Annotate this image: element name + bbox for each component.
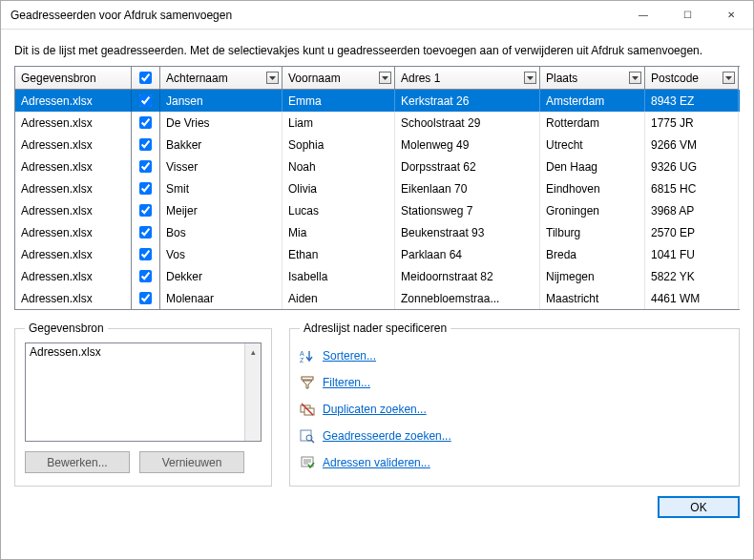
sort-link[interactable]: Sorteren...	[323, 349, 376, 363]
datasource-list[interactable]: Adressen.xlsx ▴	[25, 342, 262, 442]
cell-lastname: Bos	[160, 221, 283, 243]
cell-source: Adressen.xlsx	[15, 134, 132, 156]
cell-addr: Zonnebloemstraa...	[395, 287, 540, 309]
cell-check[interactable]	[132, 90, 160, 112]
cell-post: 9266 VM	[645, 134, 739, 156]
recipients-grid: Gegevensbron Achternaam Voornaam Adres 1…	[14, 66, 740, 310]
validate-icon	[300, 455, 315, 470]
checkall-checkbox[interactable]	[139, 72, 152, 84]
col-checkall[interactable]	[132, 67, 160, 90]
cell-city: Breda	[540, 243, 645, 265]
ok-button[interactable]: OK	[658, 496, 740, 518]
cell-check[interactable]	[132, 221, 160, 243]
dropdown-icon[interactable]	[379, 72, 391, 84]
cell-post: 1775 JR	[645, 112, 739, 134]
cell-city: Den Haag	[540, 156, 645, 177]
duplicates-icon	[300, 402, 315, 417]
cell-check[interactable]	[132, 265, 160, 287]
cell-city: Tilburg	[540, 221, 645, 243]
cell-lastname: De Vries	[160, 112, 283, 134]
cell-check[interactable]	[132, 287, 160, 309]
filter-icon	[300, 375, 315, 390]
datasource-panel: Gegevensbron Adressen.xlsx ▴ Bewerken...…	[14, 321, 272, 487]
cell-firstname: Aiden	[283, 287, 395, 309]
cell-post: 6815 HC	[645, 177, 739, 199]
cell-post: 4461 WM	[645, 287, 739, 309]
cell-lastname: Dekker	[160, 265, 283, 287]
table-row[interactable]: Adressen.xlsxVisserNoahDorpsstraat 62Den…	[15, 156, 740, 177]
cell-check[interactable]	[132, 156, 160, 177]
maximize-button[interactable]: ☐	[665, 1, 709, 30]
col-firstname[interactable]: Voornaam	[283, 67, 395, 90]
cell-addr: Parklaan 64	[395, 243, 540, 265]
table-row[interactable]: Adressen.xlsxMolenaarAidenZonnebloemstra…	[15, 287, 740, 309]
col-lastname[interactable]: Achternaam	[160, 67, 283, 90]
cell-source: Adressen.xlsx	[15, 199, 132, 221]
dropdown-icon[interactable]	[629, 72, 641, 84]
cell-check[interactable]	[132, 243, 160, 265]
table-row[interactable]: Adressen.xlsxVosEthanParklaan 64Breda104…	[15, 243, 740, 265]
cell-source: Adressen.xlsx	[15, 112, 132, 134]
cell-addr: Stationsweg 7	[395, 199, 540, 221]
cell-check[interactable]	[132, 112, 160, 134]
row-checkbox[interactable]	[139, 204, 152, 217]
table-row[interactable]: Adressen.xlsxDekkerIsabellaMeidoornstraa…	[15, 265, 740, 287]
close-button[interactable]: ✕	[709, 1, 753, 30]
row-checkbox[interactable]	[139, 94, 152, 107]
table-row[interactable]: Adressen.xlsxMeijerLucasStationsweg 7Gro…	[15, 199, 740, 221]
refine-legend: Adreslijst nader specificeren	[300, 321, 450, 335]
scrollbar[interactable]: ▴	[244, 343, 261, 441]
cell-check[interactable]	[132, 199, 160, 221]
col-addr1[interactable]: Adres 1	[395, 67, 540, 90]
filter-link[interactable]: Filteren...	[323, 376, 370, 389]
cell-city: Eindhoven	[540, 177, 645, 199]
svg-marker-3	[632, 76, 639, 80]
table-row[interactable]: Adressen.xlsxJansenEmmaKerkstraat 26Amst…	[15, 90, 740, 112]
row-checkbox[interactable]	[139, 138, 152, 151]
cell-firstname: Noah	[283, 156, 395, 177]
table-row[interactable]: Adressen.xlsxBosMiaBeukenstraat 93Tilbur…	[15, 221, 740, 243]
header-row: Gegevensbron Achternaam Voornaam Adres 1…	[15, 67, 740, 90]
row-checkbox[interactable]	[139, 270, 152, 282]
svg-marker-2	[527, 76, 534, 80]
cell-source: Adressen.xlsx	[15, 156, 132, 177]
edit-button[interactable]: Bewerken...	[25, 451, 130, 473]
cell-post: 3968 AP	[645, 199, 739, 221]
col-source[interactable]: Gegevensbron	[15, 67, 132, 90]
datasource-item[interactable]: Adressen.xlsx	[30, 345, 101, 359]
cell-source: Adressen.xlsx	[15, 287, 132, 309]
minimize-button[interactable]: —	[621, 1, 665, 30]
cell-check[interactable]	[132, 177, 160, 199]
validate-link[interactable]: Adressen valideren...	[323, 456, 430, 469]
sort-icon: AZ	[300, 348, 315, 363]
scroll-up-icon[interactable]: ▴	[245, 343, 261, 360]
row-checkbox[interactable]	[139, 182, 152, 195]
cell-lastname: Meijer	[160, 199, 283, 221]
refresh-button[interactable]: Vernieuwen	[139, 451, 244, 473]
duplicates-link[interactable]: Duplicaten zoeken...	[323, 403, 427, 416]
row-checkbox[interactable]	[139, 292, 152, 304]
row-checkbox[interactable]	[139, 116, 152, 129]
cell-check[interactable]	[132, 134, 160, 156]
cell-firstname: Ethan	[283, 243, 395, 265]
table-row[interactable]: Adressen.xlsxDe VriesLiamSchoolstraat 29…	[15, 112, 740, 134]
dropdown-icon[interactable]	[266, 72, 279, 84]
cell-source: Adressen.xlsx	[15, 177, 132, 199]
table-row[interactable]: Adressen.xlsxBakkerSophiaMolenweg 49Utre…	[15, 134, 740, 156]
col-city[interactable]: Plaats	[540, 67, 645, 90]
dropdown-icon[interactable]	[723, 72, 735, 84]
cell-city: Maastricht	[540, 287, 645, 309]
table-row[interactable]: Adressen.xlsxSmitOliviaEikenlaan 70Eindh…	[15, 177, 740, 199]
row-checkbox[interactable]	[139, 160, 152, 173]
cell-source: Adressen.xlsx	[15, 243, 132, 265]
cell-post: 9326 UG	[645, 156, 739, 177]
cell-addr: Meidoornstraat 82	[395, 265, 540, 287]
find-recipient-link[interactable]: Geadresseerde zoeken...	[323, 429, 451, 443]
cell-firstname: Lucas	[283, 199, 395, 221]
col-postcode[interactable]: Postcode	[645, 67, 739, 90]
row-checkbox[interactable]	[139, 226, 152, 239]
row-checkbox[interactable]	[139, 248, 152, 260]
cell-post: 2570 EP	[645, 221, 739, 243]
cell-firstname: Mia	[283, 221, 395, 243]
dropdown-icon[interactable]	[524, 72, 536, 84]
